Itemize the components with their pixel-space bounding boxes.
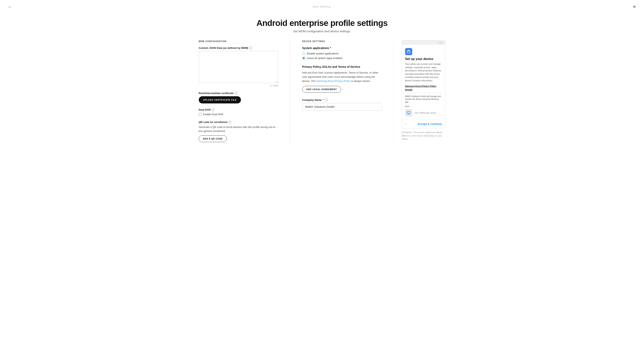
preview-back-arrow[interactable]: ‹ (405, 122, 406, 126)
company-name-input[interactable] (302, 103, 382, 111)
preview-disclaimer: Disclaimer: This screen might look sligh… (402, 131, 446, 141)
page-subtitle: Set MDM configuration and device setting… (0, 30, 644, 33)
preview-accept-button[interactable]: Accept & continue (418, 122, 442, 126)
preview-content: Set up your device Your admin can monito… (402, 45, 445, 120)
preview-app-section-label: APP (405, 105, 442, 108)
qr-label: QR code for enrollment i (199, 121, 278, 124)
radio-leave-row[interactable]: Leave all system apps enabled (302, 57, 382, 60)
back-icon: ← (8, 5, 12, 9)
preview-card: ▪ ▪ ▪ Set up your device Your admin can … (402, 40, 446, 128)
preview-panel: ▪ ▪ ▪ Set up your device Your admin can … (394, 40, 446, 147)
preview-phone-bar: ▪ ▪ ▪ (402, 40, 445, 45)
upload-certificate-button[interactable]: UPLOAD CERTIFICATE FILE (199, 96, 241, 103)
preview-app-row: (Your MDM app name) (405, 109, 442, 116)
certificate-label: Root/intermediate certificate i (199, 92, 278, 95)
preview-app-icon (405, 48, 412, 55)
company-name-info-icon[interactable]: i (325, 98, 328, 101)
json-char-count: 0 / 2000 (199, 85, 278, 87)
radio-disable-row[interactable]: Disable system applications (302, 52, 382, 55)
preview-card-description: Your admin can monitor and manage settin… (405, 62, 442, 82)
qr-info-icon[interactable]: i (228, 121, 232, 124)
dual-dar-info-icon[interactable]: i (212, 108, 214, 111)
privacy-section: Privacy Policy, EULAs and Terms of Servi… (302, 65, 382, 93)
certificate-section: Root/intermediate certificate i UPLOAD C… (199, 92, 278, 103)
main-content: MDM CONFIGURATION Custom JSON Data (as d… (183, 40, 461, 147)
company-name-label: Company Name * i (302, 98, 382, 101)
battery-icon: ▪ (442, 42, 443, 44)
monitor-icon (407, 111, 411, 115)
privacy-description: Add any End User License Agreements, Ter… (302, 71, 382, 83)
add-legal-agreement-button[interactable]: ADD LEGAL AGREEMENT (302, 86, 341, 93)
preview-app-name: (Your MDM app name) (414, 112, 436, 114)
enable-dual-dar-checkbox[interactable] (199, 113, 202, 116)
json-info-icon[interactable]: i (249, 46, 252, 49)
dual-dar-label: Dual DAR i (199, 108, 278, 111)
system-apps-section: System applications * Disable system app… (302, 46, 382, 60)
top-bar: ← EDIT PROFILE ✕ (0, 0, 644, 14)
edit-profile-label: EDIT PROFILE (313, 6, 331, 8)
preview-manage-text: MWAY Solutions GmbH will manage and moni… (405, 95, 442, 103)
radio-leave-system-apps[interactable] (302, 57, 305, 60)
certificate-info-icon[interactable]: i (234, 92, 238, 95)
radio-leave-label: Leave all system apps enabled (307, 57, 342, 60)
device-section-label: DEVICE SETTINGS (302, 40, 382, 43)
mdm-config-panel: MDM CONFIGURATION Custom JSON Data (as d… (199, 40, 290, 147)
json-textarea[interactable] (199, 51, 278, 83)
close-icon: ✕ (633, 5, 636, 9)
system-apps-title: System applications * (302, 46, 382, 50)
qr-section: QR code for enrollment i Generate a QR c… (199, 121, 278, 142)
preview-footer: ‹ Accept & continue (402, 120, 445, 128)
radio-disable-label: Disable system applications (307, 52, 338, 55)
device-settings-panel: DEVICE SETTINGS System applications * Di… (290, 40, 394, 147)
upload-certificate-label: UPLOAD CERTIFICATE FILE (203, 99, 237, 101)
json-field-label: Custom JSON Data (as defined by MDM) i (199, 46, 278, 49)
system-apps-required: * (330, 46, 331, 50)
privacy-title: Privacy Policy, EULAs and Terms of Servi… (302, 65, 382, 68)
preview-divider (405, 93, 442, 93)
mdm-section-label: MDM CONFIGURATION (199, 40, 278, 43)
signal-icon: ▪ (438, 42, 439, 44)
samsung-knox-privacy-link[interactable]: Samsung Knox Privacy Policy (316, 80, 350, 83)
add-legal-label: ADD LEGAL AGREEMENT (306, 88, 337, 90)
page-title: Android enterprise profile settings (0, 18, 644, 28)
json-field-section: Custom JSON Data (as defined by MDM) i 0… (199, 46, 278, 87)
radio-disable-system-apps[interactable] (302, 52, 305, 55)
page-header: Android enterprise profile settings Set … (0, 14, 644, 40)
qr-description: Generate a QR code to enroll devices wit… (199, 125, 278, 133)
dual-dar-section: Dual DAR i Enable Dual DAR (199, 108, 278, 116)
add-qr-button[interactable]: ADD A QR CODE (199, 135, 227, 142)
preview-google-link[interactable]: Google (405, 88, 442, 91)
back-button[interactable]: ← (6, 4, 14, 10)
company-name-section: Company Name * i (302, 98, 382, 111)
add-qr-label: ADD A QR CODE (203, 137, 223, 140)
briefcase-icon (407, 50, 411, 54)
close-button[interactable]: ✕ (631, 4, 638, 10)
enable-dual-dar-label: Enable Dual DAR (203, 113, 224, 116)
enable-dual-dar-row[interactable]: Enable Dual DAR (199, 113, 278, 116)
preview-mdm-app-icon (405, 109, 412, 116)
preview-knox-link[interactable]: Samsung Knox Privacy Policy (405, 85, 442, 87)
wifi-icon: ▪ (440, 42, 441, 44)
preview-card-title: Set up your device (405, 57, 442, 61)
